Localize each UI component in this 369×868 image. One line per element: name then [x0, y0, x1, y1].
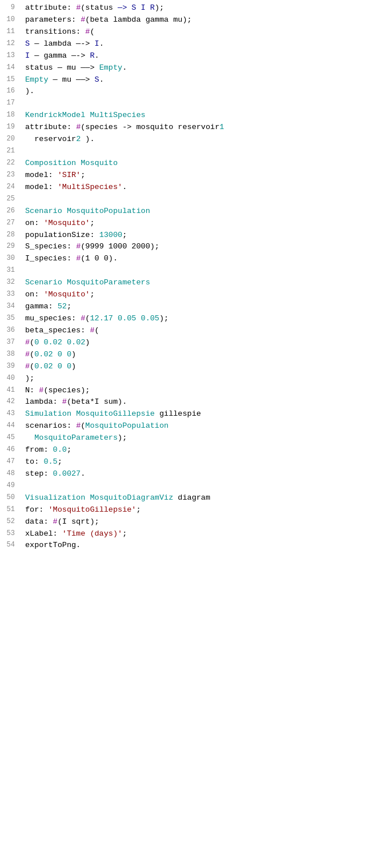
table-row: 54exportToPng.	[0, 540, 369, 552]
code-token: I	[25, 51, 30, 60]
line-code: #(0 0.02 0.02)	[21, 337, 369, 349]
code-token	[62, 278, 67, 287]
line-number: 43	[0, 408, 21, 420]
code-token: ;	[122, 529, 127, 538]
line-number: 16	[0, 86, 21, 98]
code-token: model:	[25, 171, 58, 179]
code-token: — lambda —->	[30, 39, 94, 48]
table-row: 35mu_species: #(12.17 0.05 0.05);	[0, 313, 369, 325]
line-code: Scenario MosquitoParameters	[21, 277, 369, 289]
table-row: 39#(0.02 0 0)	[0, 361, 369, 373]
code-token	[146, 3, 150, 12]
line-code: on: 'Mosquito';	[21, 218, 369, 230]
line-number: 22	[0, 158, 21, 170]
line-code: KendrickModel MultiSpecies	[21, 110, 369, 122]
line-number: 9	[0, 2, 21, 14]
code-token: I_species:	[25, 254, 76, 263]
line-number: 29	[0, 241, 21, 253]
code-token: to:	[25, 457, 43, 466]
line-number: 45	[0, 432, 21, 444]
code-token: (	[30, 362, 34, 371]
line-number: 41	[0, 385, 21, 397]
code-token: (	[30, 350, 34, 359]
code-token: 0.0027	[53, 469, 81, 478]
line-code: Empty — mu ——> S.	[21, 74, 369, 86]
code-token: for:	[25, 505, 49, 514]
code-token: N:	[25, 386, 39, 395]
table-row: 25	[0, 194, 369, 206]
code-token: (9999 1000 2000);	[81, 242, 159, 251]
table-row: 27on: 'Mosquito';	[0, 218, 369, 230]
code-token: )	[71, 350, 76, 359]
code-token: #	[25, 362, 30, 371]
line-code: status — mu ——> Empty.	[21, 62, 369, 74]
code-token: (status	[81, 3, 118, 12]
code-token: .	[99, 75, 104, 84]
code-token: ;	[90, 219, 94, 227]
code-token: (species);	[43, 386, 90, 395]
code-token: MultiSpecies	[90, 111, 145, 119]
code-token: 'Mosquito'	[43, 219, 90, 227]
table-row: 30I_species: #(1 0 0).	[0, 253, 369, 265]
line-code: scenarios: #(MosquitoPopulation	[21, 420, 369, 432]
table-row: 21	[0, 146, 369, 158]
code-token: .	[81, 469, 85, 478]
line-number: 14	[0, 62, 21, 74]
table-row: 41N: #(species);	[0, 385, 369, 397]
code-token: 1	[219, 123, 224, 131]
table-row: 46from: 0.0;	[0, 444, 369, 456]
code-token: attribute:	[25, 3, 76, 12]
line-number: 25	[0, 194, 21, 206]
line-number: 38	[0, 349, 21, 361]
code-token: 13000	[99, 231, 123, 239]
code-token: Composition	[25, 159, 76, 167]
line-code: attribute: #(status —> S I R);	[21, 2, 369, 14]
line-code: populationSize: 13000;	[21, 230, 369, 242]
code-token: ).	[81, 135, 94, 143]
code-token: MosquitoPopulation	[85, 421, 169, 430]
code-token: MosquitoPopulation	[67, 207, 150, 215]
code-token: Mosquito	[81, 159, 118, 167]
code-token: (I sqrt);	[58, 517, 99, 526]
line-code: transitions: #(	[21, 26, 369, 38]
code-token: scenarios:	[25, 421, 76, 430]
table-row: 22Composition Mosquito	[0, 158, 369, 170]
line-code	[21, 194, 369, 206]
code-token: 0.02 0 0	[34, 362, 71, 371]
line-number: 54	[0, 540, 21, 552]
table-row: 17	[0, 98, 369, 110]
line-code: from: 0.0;	[21, 444, 369, 456]
line-code: Composition Mosquito	[21, 158, 369, 170]
table-row: 11transitions: #(	[0, 26, 369, 38]
code-token: exportToPng.	[25, 541, 81, 549]
line-code	[21, 146, 369, 158]
code-token: 0.02 0 0	[34, 350, 71, 359]
code-token: (	[30, 338, 34, 347]
table-row: 53xLabel: 'Time (days)';	[0, 528, 369, 540]
code-token: 'MosquitoGillepsie'	[49, 505, 137, 514]
code-token: Scenario	[25, 207, 62, 215]
code-token: KendrickModel	[25, 111, 85, 119]
code-token: (beta*I sum).	[67, 397, 127, 406]
code-token: 'Time (days)'	[62, 529, 122, 538]
code-token: .	[122, 183, 127, 191]
line-code: model: 'MultiSpecies'.	[21, 182, 369, 194]
code-token: R	[90, 51, 94, 60]
code-token: populationSize:	[25, 231, 99, 239]
table-row: 47to: 0.5;	[0, 456, 369, 468]
table-row: 38#(0.02 0 0)	[0, 349, 369, 361]
line-number: 23	[0, 170, 21, 182]
code-token: );	[155, 3, 164, 12]
line-number: 27	[0, 218, 21, 230]
line-code: on: 'Mosquito';	[21, 289, 369, 301]
line-number: 34	[0, 301, 21, 313]
code-token: #	[53, 517, 58, 526]
code-token: );	[25, 374, 34, 383]
code-token: ).	[25, 87, 34, 95]
line-code: to: 0.5;	[21, 456, 369, 468]
code-token: MosquitoParameters	[34, 433, 118, 442]
line-number: 32	[0, 277, 21, 289]
code-token	[62, 207, 67, 215]
table-row: 18KendrickModel MultiSpecies	[0, 110, 369, 122]
table-row: 20 reservoir2 ).	[0, 134, 369, 146]
